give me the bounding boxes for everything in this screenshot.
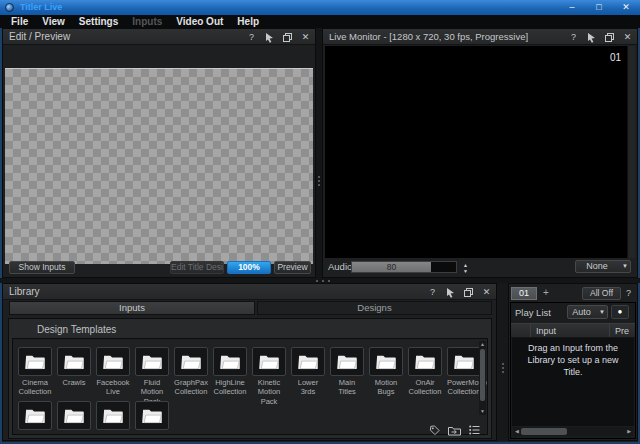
float-icon[interactable] xyxy=(463,284,474,300)
menu-item-file[interactable]: File xyxy=(4,15,35,28)
show-inputs-button[interactable]: Show Inputs xyxy=(9,261,75,274)
chevron-down-icon: ▼ xyxy=(622,261,628,272)
library-template-item[interactable]: Cinema Collection xyxy=(18,347,52,406)
folder-thumb[interactable] xyxy=(447,347,481,376)
close-icon[interactable]: ✕ xyxy=(622,29,633,45)
record-toggle-button[interactable]: ● xyxy=(611,305,629,319)
stepper-down-icon[interactable]: ▼ xyxy=(463,268,468,274)
customize-cursor-glyph xyxy=(265,33,274,43)
tab-inputs[interactable]: Inputs xyxy=(9,301,255,315)
menu-item-settings[interactable]: Settings xyxy=(72,15,125,28)
folder-thumb[interactable] xyxy=(135,347,169,376)
audio-level-slider[interactable]: 80 xyxy=(351,261,457,273)
help-icon[interactable]: ? xyxy=(246,29,257,45)
menu-bar: FileViewSettingsInputsVideo OutHelp xyxy=(0,15,640,28)
customize-icon[interactable] xyxy=(586,29,597,45)
folder-thumb[interactable] xyxy=(408,347,442,376)
library-template-item[interactable] xyxy=(57,401,91,430)
library-template-item[interactable]: OnAir Collection xyxy=(408,347,442,406)
folder-icon xyxy=(220,354,240,370)
library-template-item[interactable] xyxy=(96,401,130,430)
library-template-item[interactable]: Crawls xyxy=(57,347,91,406)
customize-icon[interactable] xyxy=(445,284,456,300)
folder-thumb[interactable] xyxy=(57,347,91,376)
close-icon[interactable]: ✕ xyxy=(300,29,311,45)
library-content: Design Templates Cinema CollectionCrawls… xyxy=(8,318,492,439)
list-view-icon[interactable] xyxy=(468,424,481,436)
scroll-left-icon[interactable]: ◀ xyxy=(515,427,519,436)
folder-thumb[interactable] xyxy=(18,401,52,430)
scroll-down-icon[interactable]: ▼ xyxy=(479,408,486,415)
import-folder-icon[interactable] xyxy=(448,424,461,436)
library-template-item[interactable]: Main Titles xyxy=(330,347,364,406)
playlist-empty-area[interactable]: Drag an Input from the Library to set up… xyxy=(512,338,634,426)
library-template-item[interactable]: PowerMotion Collection xyxy=(447,347,481,406)
menu-item-help[interactable]: Help xyxy=(230,15,266,28)
folder-thumb[interactable] xyxy=(135,401,169,430)
library-template-item[interactable]: Kinetic Motion Pack xyxy=(252,347,286,406)
edit-title-design-button[interactable]: Edit Title Design xyxy=(170,261,224,274)
minimize-button[interactable]: – xyxy=(566,0,578,15)
folder-icon xyxy=(298,354,318,370)
library-template-item[interactable]: HighLine Collection xyxy=(213,347,247,406)
folder-icon xyxy=(142,354,162,370)
folder-thumb[interactable] xyxy=(252,347,286,376)
column-input[interactable]: Input xyxy=(531,324,610,337)
folder-thumb[interactable] xyxy=(213,347,247,376)
menu-item-view[interactable]: View xyxy=(35,15,72,28)
float-icon[interactable] xyxy=(604,29,615,45)
vertical-splitter-2[interactable] xyxy=(497,283,508,441)
folder-icon xyxy=(103,408,123,424)
help-icon[interactable]: ? xyxy=(626,287,631,300)
scrollbar-thumb[interactable] xyxy=(480,349,485,401)
folder-icon xyxy=(103,354,123,370)
scroll-up-icon[interactable]: ▲ xyxy=(479,341,486,348)
folder-thumb[interactable] xyxy=(174,347,208,376)
tag-icon[interactable] xyxy=(428,424,441,436)
float-icon[interactable] xyxy=(282,29,293,45)
live-video-output[interactable]: 01 xyxy=(325,46,629,258)
column-status[interactable] xyxy=(511,324,531,337)
splitter-grip xyxy=(318,174,320,188)
library-template-item[interactable]: Fluid Motion Pack xyxy=(135,347,169,406)
title-bar[interactable]: Titler Live – □ ✕ xyxy=(0,0,640,15)
playlist-mode-dropdown[interactable]: Auto ▼ xyxy=(567,305,608,319)
help-icon[interactable]: ? xyxy=(427,284,438,300)
splitter-grip xyxy=(314,280,332,282)
folder-thumb[interactable] xyxy=(369,347,403,376)
playlist-tab-01[interactable]: 01 xyxy=(511,287,537,300)
folder-thumb[interactable] xyxy=(330,347,364,376)
maximize-button[interactable]: □ xyxy=(593,0,605,15)
customize-icon[interactable] xyxy=(264,29,275,45)
library-template-item[interactable]: GraphPax Collection xyxy=(174,347,208,406)
all-off-button[interactable]: All Off xyxy=(582,287,621,300)
scroll-right-icon[interactable]: ▶ xyxy=(627,427,631,436)
menu-item-video-out[interactable]: Video Out xyxy=(169,15,230,28)
folder-thumb[interactable] xyxy=(96,347,130,376)
folder-thumb[interactable] xyxy=(96,401,130,430)
folder-thumb[interactable] xyxy=(18,347,52,376)
column-preview[interactable]: Pre xyxy=(610,324,635,337)
help-icon[interactable]: ? xyxy=(568,29,579,45)
tab-designs[interactable]: Designs xyxy=(257,301,492,315)
live-monitor-header-icons: ?✕ xyxy=(568,29,633,45)
library-template-item[interactable]: Facebook Live xyxy=(96,347,130,406)
folder-thumb[interactable] xyxy=(291,347,325,376)
add-playlist-button[interactable]: + xyxy=(540,287,552,300)
playlist-horizontal-scrollbar[interactable]: ◀ ▶ xyxy=(513,427,633,436)
transparency-canvas[interactable] xyxy=(5,68,313,264)
library-template-item[interactable]: Motion Bugs xyxy=(369,347,403,406)
close-icon[interactable]: ✕ xyxy=(481,284,492,300)
scrollbar-thumb[interactable] xyxy=(521,428,567,435)
folder-thumb[interactable] xyxy=(57,401,91,430)
library-template-item[interactable] xyxy=(135,401,169,430)
playlist-mode-value: Auto xyxy=(568,306,595,318)
zoom-level-button[interactable]: 100% xyxy=(227,261,271,274)
library-template-item[interactable] xyxy=(18,401,52,430)
close-button[interactable]: ✕ xyxy=(620,0,632,15)
library-template-item[interactable]: Lower 3rds xyxy=(291,347,325,406)
audio-output-dropdown[interactable]: None ▼ xyxy=(575,260,631,273)
audio-level-stepper[interactable]: ▲ ▼ xyxy=(461,262,470,274)
preview-button[interactable]: Preview xyxy=(274,261,311,274)
library-vertical-scrollbar[interactable]: ▲ ▼ xyxy=(479,341,486,415)
